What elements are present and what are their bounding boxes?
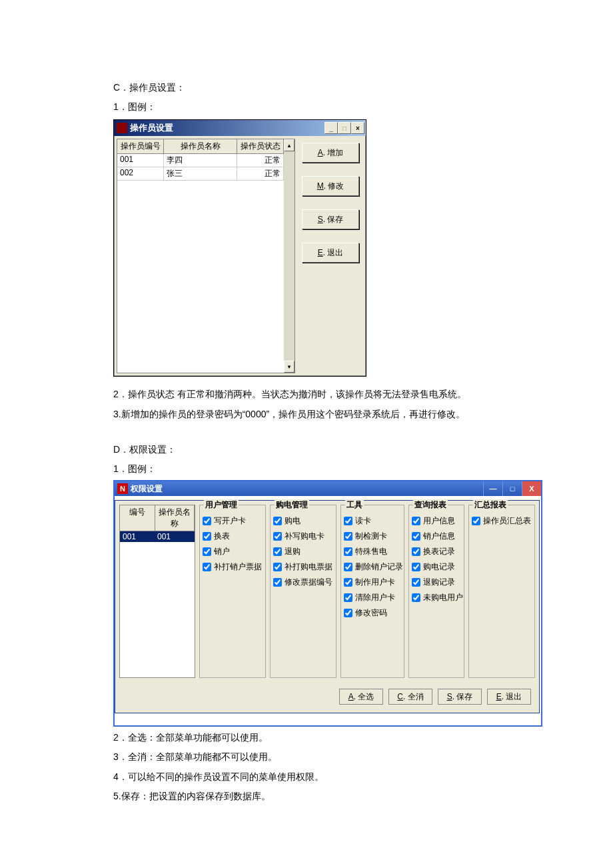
- section-d-heading: D．权限设置：: [113, 441, 613, 458]
- perm-checkbox[interactable]: 购电: [273, 515, 333, 527]
- save-button[interactable]: S. 保存: [438, 689, 482, 705]
- operator-settings-window: 操作员设置 _ □ × 操作员编号 操作员名称 操作员状态 001 李四: [113, 119, 366, 377]
- op-col-id: 编号: [120, 505, 155, 531]
- minimize-button[interactable]: _: [324, 122, 338, 134]
- maximize-button[interactable]: □: [502, 481, 522, 496]
- perm-checkbox[interactable]: 补打销户票据: [203, 561, 263, 573]
- close-button[interactable]: X: [522, 481, 541, 496]
- perm-checkbox[interactable]: 换表记录: [412, 546, 461, 557]
- perm-checkbox[interactable]: 销户信息: [412, 531, 461, 542]
- win1-titlebar[interactable]: 操作员设置 _ □ ×: [114, 120, 366, 136]
- permission-settings-window: N 权限设置 — □ X 编号 操作员名称 001 001: [113, 480, 542, 727]
- section-d-note5: 5.保存：把设置的内容保存到数据库。: [113, 788, 613, 805]
- perm-checkbox[interactable]: 修改票据编号: [273, 577, 333, 588]
- section-d-line1: 1．图例：: [113, 461, 613, 477]
- table-row[interactable]: 001 李四 正常: [117, 154, 284, 167]
- win2-titlebar[interactable]: N 权限设置 — □ X: [115, 481, 541, 496]
- section-c-heading: C．操作员设置：: [113, 79, 613, 96]
- perm-checkbox[interactable]: 补打购电票据: [273, 561, 333, 573]
- perm-checkbox[interactable]: 换表: [203, 531, 263, 542]
- minimize-button[interactable]: —: [483, 481, 502, 496]
- section-c-note3: 3.新增加的操作员的登录密码为“0000”，操作员用这个密码登录系统后，再进行修…: [113, 406, 613, 423]
- perm-checkbox[interactable]: 删除销户记录: [344, 561, 401, 573]
- select-all-button[interactable]: A. 全选: [339, 689, 383, 705]
- col-name-header: 操作员名称: [164, 139, 237, 154]
- perm-checkbox[interactable]: 操作员汇总表: [472, 515, 532, 527]
- group-power: 购电管理 购电 补写购电卡 退购 补打购电票据 修改票据编号: [270, 505, 336, 678]
- perm-checkbox[interactable]: 修改密码: [344, 607, 401, 619]
- scrollbar[interactable]: ▲ ▼: [284, 139, 295, 373]
- col-stat-header: 操作员状态: [237, 139, 284, 154]
- win2-title-text: 权限设置: [131, 483, 163, 495]
- group-query: 查询报表 用户信息 销户信息 换表记录 购电记录 退购记录 未购电用户: [408, 505, 464, 678]
- app-icon: [117, 123, 127, 133]
- perm-checkbox[interactable]: 销户: [203, 546, 263, 557]
- table-row[interactable]: 002 张三 正常: [117, 167, 284, 181]
- win1-title-text: 操作员设置: [130, 122, 173, 134]
- group-tools: 工具 读卡 制检测卡 特殊售电 删除销户记录 制作用户卡 清除用户卡 修改密码: [340, 505, 404, 678]
- perm-checkbox[interactable]: 读卡: [344, 515, 401, 527]
- op-col-name: 操作员名称: [155, 505, 195, 531]
- perm-checkbox[interactable]: 特殊售电: [344, 546, 401, 557]
- add-button[interactable]: A. 增加: [302, 143, 359, 163]
- exit-button[interactable]: E. 退出: [302, 243, 359, 263]
- maximize-button: □: [338, 122, 351, 134]
- app-icon: N: [117, 483, 128, 494]
- scroll-down-icon[interactable]: ▼: [284, 361, 295, 373]
- group-user: 用户管理 写开户卡 换表 销户 补打销户票据: [199, 505, 266, 678]
- perm-checkbox[interactable]: 退购记录: [412, 577, 461, 588]
- section-d-note4: 4．可以给不同的操作员设置不同的菜单使用权限。: [113, 769, 613, 785]
- section-c-note2: 2．操作员状态 有正常和撤消两种。当状态为撤消时，该操作员将无法登录售电系统。: [113, 386, 613, 403]
- close-button[interactable]: ×: [351, 122, 364, 134]
- perm-checkbox[interactable]: 补写购电卡: [273, 531, 333, 542]
- section-d-note3: 3．全消：全部菜单功能都不可以使用。: [113, 749, 613, 765]
- deselect-all-button[interactable]: C. 全消: [388, 689, 432, 705]
- perm-checkbox[interactable]: 制作用户卡: [344, 577, 401, 588]
- operator-grid[interactable]: 操作员编号 操作员名称 操作员状态 001 李四 正常 002 张三 正常: [117, 139, 295, 373]
- perm-checkbox[interactable]: 写开户卡: [203, 515, 263, 527]
- operator-list[interactable]: 编号 操作员名称 001 001: [119, 505, 195, 678]
- col-id-header: 操作员编号: [117, 139, 164, 154]
- perm-checkbox[interactable]: 用户信息: [412, 515, 461, 527]
- section-d-note2: 2．全选：全部菜单功能都可以使用。: [113, 729, 613, 746]
- perm-checkbox[interactable]: 退购: [273, 546, 333, 557]
- section-c-line1: 1．图例：: [113, 99, 613, 115]
- group-summary: 汇总报表 操作员汇总表: [468, 505, 535, 678]
- exit-button[interactable]: E. 退出: [487, 689, 531, 705]
- perm-checkbox[interactable]: 制检测卡: [344, 531, 401, 542]
- list-item[interactable]: 001 001: [120, 531, 195, 542]
- perm-checkbox[interactable]: 清除用户卡: [344, 592, 401, 603]
- perm-checkbox[interactable]: 未购电用户: [412, 592, 461, 603]
- save-button[interactable]: S. 保存: [302, 209, 359, 229]
- scroll-up-icon[interactable]: ▲: [284, 139, 295, 151]
- modify-button[interactable]: M. 修改: [302, 176, 359, 196]
- perm-checkbox[interactable]: 购电记录: [412, 561, 461, 573]
